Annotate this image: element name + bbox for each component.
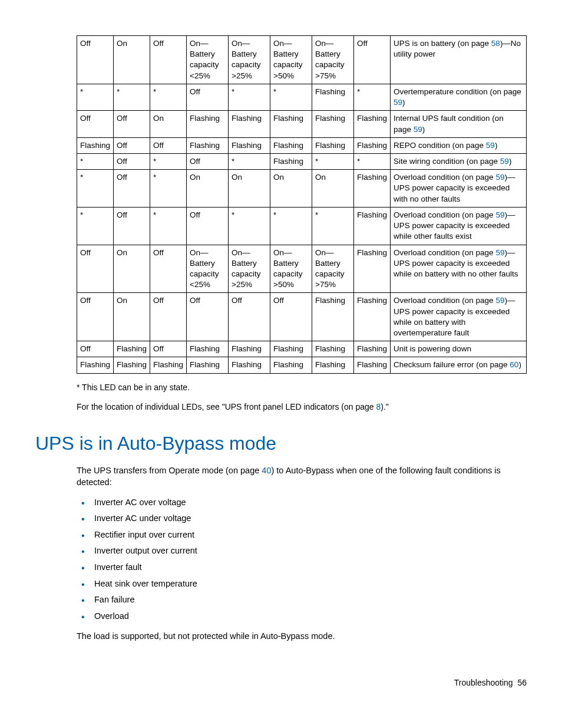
table-cell: Off [114,111,150,137]
table-cell: * [150,170,187,207]
table-cell: Flashing [229,111,270,137]
table-cell: Flashing [353,341,390,357]
table-cell: Off [77,293,114,341]
table-cell: * [150,207,187,245]
table-cell: * [150,153,187,169]
table-description-cell: Internal UPS fault condition (on page 59… [391,111,527,137]
table-cell: On [312,170,354,207]
list-item: Inverter fault [94,562,527,574]
table-cell: * [312,153,354,169]
table-cell: * [353,153,390,169]
table-cell: Flashing [270,153,312,169]
table-row: ***Off**Flashing*Overtemperature conditi… [77,84,527,110]
table-description-cell: Checksum failure error (on page 60) [391,357,527,373]
table-cell: On—Battery capacity >25% [229,36,270,84]
table-cell: Off [150,341,187,357]
led-state-table: OffOnOffOn—Battery capacity <25%On—Batte… [77,35,527,374]
table-cell: Flashing [187,341,229,357]
bullet-list: Inverter AC over voltageInverter AC unde… [77,497,527,622]
table-cell: Flashing [353,357,390,373]
list-item: Rectifier input over current [94,529,527,541]
table-cell: * [312,207,354,245]
table-cell: Flashing [150,357,187,373]
table-cell: Off [114,207,150,245]
closing-paragraph: The load is supported, but not protected… [77,631,527,643]
page-link[interactable]: 59 [414,125,422,134]
table-cell: * [77,207,114,245]
table-cell: On—Battery capacity >75% [312,36,354,84]
table-description-cell: Overload condition (on page 59)—UPS powe… [391,170,527,207]
table-cell: Off [150,36,187,84]
table-cell: Flashing [353,137,390,153]
page-link[interactable]: 59 [495,248,504,257]
table-cell: Off [114,170,150,207]
table-cell: Flashing [270,137,312,153]
table-cell: Flashing [312,84,354,110]
table-cell: Flashing [353,245,390,293]
table-description-cell: Overload condition (on page 59)—UPS powe… [391,245,527,293]
table-description-cell: Overload condition (on page 59)—UPS powe… [391,207,527,245]
table-row: OffOnOffOn—Battery capacity <25%On—Batte… [77,36,527,84]
table-cell: * [270,84,312,110]
section-heading: UPS is in Auto-Bypass mode [35,431,527,456]
list-item: Fan failure [94,594,527,606]
page-link[interactable]: 59 [500,157,509,166]
page-link[interactable]: 59 [394,98,402,107]
table-cell: On [114,293,150,341]
table-cell: On [229,170,270,207]
table-cell: Flashing [77,137,114,153]
page-link[interactable]: 59 [486,141,495,150]
table-cell: On—Battery capacity >25% [229,245,270,293]
table-description-cell: REPO condition (on page 59) [391,137,527,153]
page-link[interactable]: 60 [510,360,518,369]
table-cell: Flashing [114,341,150,357]
page-link[interactable]: 59 [495,173,504,182]
table-cell: Flashing [187,357,229,373]
table-cell: Flashing [270,341,312,357]
table-row: FlashingFlashingFlashingFlashingFlashing… [77,357,527,373]
page-link[interactable]: 58 [491,39,500,48]
table-description-cell: Unit is powering down [391,341,527,357]
table-cell: Flashing [114,357,150,373]
list-item: Heat sink over temperature [94,578,527,590]
table-cell: Flashing [312,341,354,357]
table-cell: Flashing [229,341,270,357]
table-cell: On [114,245,150,293]
table-row: *Off*Off***FlashingOverload condition (o… [77,207,527,245]
table-row: *Off*Off*Flashing**Site wiring condition… [77,153,527,169]
table-cell: Flashing [312,357,354,373]
table-cell: * [353,84,390,110]
reference-text: For the location of individual LEDs, see… [77,401,527,413]
table-description-cell: Overtemperature condition (on page 59) [391,84,527,110]
table-cell: On—Battery capacity >50% [270,36,312,84]
table-cell: On [270,170,312,207]
table-cell: Off [114,153,150,169]
table-cell: * [229,153,270,169]
table-cell: Flashing [187,137,229,153]
table-description-cell: Overload condition (on page 59)—UPS powe… [391,293,527,341]
page-link[interactable]: 59 [495,210,504,219]
table-cell: Off [150,245,187,293]
table-cell: Off [114,137,150,153]
table-cell: Off [150,293,187,341]
table-cell: * [114,84,150,110]
table-cell: Flashing [270,357,312,373]
page-link[interactable]: 40 [262,466,271,475]
table-cell: Flashing [229,357,270,373]
table-cell: Off [229,293,270,341]
table-cell: Off [77,36,114,84]
table-description-cell: UPS is on battery (on page 58)—No utilit… [391,36,527,84]
table-cell: * [229,207,270,245]
page-link[interactable]: 59 [495,296,504,305]
table-cell: On—Battery capacity <25% [187,245,229,293]
table-cell: Off [77,111,114,137]
table-cell: * [270,207,312,245]
list-item: Inverter output over current [94,545,527,557]
table-cell: Off [187,207,229,245]
table-row: OffOnOffOffOffOffFlashingFlashingOverloa… [77,293,527,341]
table-cell: Flashing [353,170,390,207]
table-cell: * [77,153,114,169]
table-cell: On [114,36,150,84]
table-row: OffOnOffOn—Battery capacity <25%On—Batte… [77,245,527,293]
list-item: Inverter AC over voltage [94,497,527,509]
